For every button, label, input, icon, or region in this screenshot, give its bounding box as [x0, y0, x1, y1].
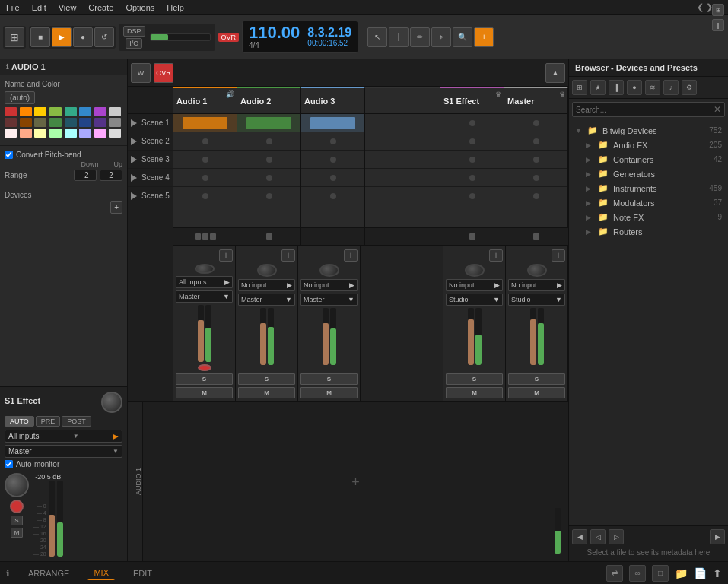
post-tab[interactable]: POST — [62, 416, 91, 427]
range-up-val[interactable]: 2 — [100, 170, 122, 181]
range-down-val[interactable]: -2 — [74, 170, 97, 181]
pan-knob-audio2[interactable] — [257, 264, 277, 277]
convert-pitch-checkbox[interactable] — [5, 151, 13, 159]
play-btn[interactable]: ▶ — [52, 27, 72, 47]
menu-options[interactable]: Options — [126, 3, 154, 12]
bpm-display[interactable]: 110.00 — [249, 24, 300, 41]
clip-cell[interactable] — [440, 169, 504, 187]
clip-cell[interactable] — [440, 187, 504, 205]
mute-btn-master[interactable]: M — [508, 387, 565, 398]
menu-create[interactable]: Create — [88, 3, 113, 12]
auto-monitor-checkbox[interactable] — [5, 460, 13, 468]
clip-cell[interactable] — [237, 187, 300, 205]
browser-search-input[interactable] — [576, 106, 714, 114]
clip-cell[interactable] — [237, 151, 300, 169]
tree-item-bitwig[interactable]: ▼ 📁 Bitwig Devices 752 — [569, 123, 728, 138]
clip-cell[interactable] — [173, 132, 237, 151]
clip-cell[interactable] — [173, 187, 237, 205]
output-select-audio3[interactable]: Master▼ — [300, 294, 358, 306]
color-swatch[interactable] — [34, 129, 46, 138]
tree-item-audiofx[interactable]: ▶ 📁 Audio FX 205 — [569, 138, 728, 152]
clip-cell[interactable] — [504, 169, 567, 187]
browser-nav-next[interactable]: ▷ — [609, 529, 624, 544]
clip-cell[interactable] — [237, 169, 300, 187]
tree-item-notefx[interactable]: ▶ 📁 Note FX 9 — [569, 210, 728, 224]
color-swatch[interactable] — [79, 107, 91, 116]
clip-cell[interactable] — [504, 114, 567, 132]
fader-left-audio2[interactable] — [260, 308, 266, 365]
position-display[interactable]: 8.3.2.19 — [307, 27, 351, 39]
rec-btn[interactable] — [10, 500, 24, 513]
pan-knob-master[interactable] — [527, 264, 547, 277]
detail-add-btn[interactable]: + — [351, 474, 360, 490]
tab-mix[interactable]: MIX — [87, 567, 115, 580]
scene-play-btn[interactable] — [131, 138, 138, 145]
color-swatch[interactable] — [109, 107, 121, 116]
tab-edit[interactable]: EDIT — [127, 567, 158, 579]
browser-play-btn[interactable]: ▶ — [710, 529, 725, 544]
clip-cell[interactable] — [301, 114, 364, 132]
select-tool[interactable]: ⌖ — [431, 27, 451, 47]
tree-item-instruments[interactable]: ▶ 📁 Instruments 459 — [569, 181, 728, 195]
color-swatch[interactable] — [94, 118, 106, 127]
browser-nav-prev[interactable]: ◁ — [590, 529, 606, 544]
scroll-up-btn[interactable]: ▲ — [545, 63, 565, 83]
fader-bar-left[interactable] — [49, 481, 55, 557]
clip-cell[interactable] — [504, 151, 567, 169]
color-swatch[interactable] — [20, 129, 32, 138]
pre-tab[interactable]: PRE — [36, 416, 61, 427]
browser-search-clear[interactable]: ✕ — [714, 104, 721, 115]
browser-nav-back[interactable]: ◀ — [572, 529, 587, 544]
color-swatch[interactable] — [65, 118, 77, 127]
color-swatch[interactable] — [34, 107, 46, 116]
status-export-icon[interactable]: ⬆ — [713, 567, 722, 579]
browser-presets-btn[interactable]: ★ — [590, 80, 606, 95]
all-inputs-select[interactable]: All inputs ▼ ▶ — [5, 430, 122, 443]
input-select-s1effect[interactable]: No input▶ — [446, 279, 503, 291]
status-file-icon[interactable]: 📄 — [694, 567, 707, 579]
stop-btn[interactable]: ■ — [30, 27, 50, 47]
w-btn[interactable]: W — [131, 63, 151, 83]
clip-cell[interactable] — [237, 114, 300, 132]
clip-cell[interactable] — [173, 114, 237, 132]
clip-cell[interactable] — [173, 151, 237, 169]
tree-item-generators[interactable]: ▶ 📁 Generators — [569, 167, 728, 181]
browser-wave-btn[interactable]: ≋ — [645, 80, 660, 95]
mute-btn-audio2[interactable]: M — [238, 387, 295, 398]
color-swatch[interactable] — [65, 129, 77, 138]
mute-btn-audio3[interactable]: M — [300, 387, 358, 398]
loop-btn[interactable]: ↺ — [94, 27, 114, 47]
clip-cell[interactable] — [301, 151, 364, 169]
solo-btn-s1effect[interactable]: S — [446, 373, 503, 385]
record-btn[interactable]: ● — [73, 27, 93, 47]
browser-settings-btn[interactable]: ⚙ — [682, 80, 697, 95]
output-select-audio2[interactable]: Master▼ — [238, 294, 295, 306]
clip-cell[interactable] — [440, 132, 504, 151]
master-select[interactable]: Master ▼ — [5, 445, 122, 458]
status-icon[interactable]: ℹ — [6, 568, 10, 579]
s1-knob[interactable] — [101, 392, 122, 413]
pan-knob-audio3[interactable] — [319, 264, 339, 277]
pencil-tool[interactable]: ✏ — [410, 27, 430, 47]
color-swatch[interactable] — [49, 107, 62, 116]
vol-knob[interactable] — [5, 473, 29, 497]
status-btn-3[interactable]: □ — [652, 565, 669, 582]
menu-file[interactable]: File — [6, 3, 20, 12]
strip-add-btn[interactable]: + — [281, 249, 295, 262]
browser-record-btn[interactable]: ● — [627, 80, 642, 95]
color-swatch[interactable] — [94, 107, 106, 116]
status-btn-2[interactable]: ∞ — [629, 565, 646, 582]
cursor-tool[interactable]: ↖ — [367, 27, 387, 47]
fader-left-s1effect[interactable] — [468, 308, 474, 365]
output-select-s1effect[interactable]: Studio▼ — [446, 294, 503, 306]
browser-search-box[interactable]: ✕ — [572, 102, 725, 117]
scene-play-btn[interactable] — [131, 156, 138, 163]
fader-left-audio3[interactable] — [323, 308, 329, 365]
clip-cell[interactable] — [301, 169, 364, 187]
color-swatch[interactable] — [49, 118, 62, 127]
clip-cell[interactable] — [301, 187, 364, 205]
input-select-audio1[interactable]: All inputs▶ — [176, 276, 233, 288]
scene-play-btn[interactable] — [131, 174, 138, 182]
color-swatch[interactable] — [94, 129, 106, 138]
clip-cell[interactable] — [440, 114, 504, 132]
